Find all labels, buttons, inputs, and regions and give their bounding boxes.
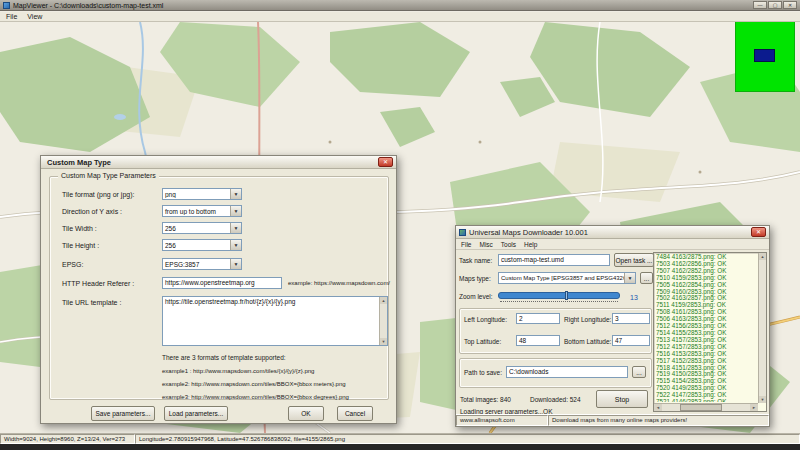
left-longitude-label: Left Longitude: xyxy=(464,316,507,323)
path-group: Path to save: C:\downloads ... xyxy=(459,358,652,388)
bottom-latitude-label: Bottom Latitude: xyxy=(564,338,611,345)
left-longitude-input[interactable]: 2 xyxy=(516,313,560,324)
referer-input[interactable]: https://www.openstreetmap.org xyxy=(162,277,282,289)
scroll-up-icon[interactable]: ▲ xyxy=(380,297,387,304)
url-template-textarea[interactable]: https://tile.openstreetmap.fr/hot/{z}/{x… xyxy=(162,296,388,346)
total-images-text: Total images: 840 xyxy=(460,396,511,403)
load-parameters-button[interactable]: Load parameters... xyxy=(164,406,228,421)
right-longitude-label: Right Longitude: xyxy=(564,316,611,323)
y-axis-label: Direction of Y axis : xyxy=(62,208,122,215)
umd-menu-misc[interactable]: Misc xyxy=(479,241,492,248)
bottom-latitude-input[interactable]: 47 xyxy=(612,335,650,346)
main-title-bar[interactable]: MapViewer - C:\downloads\custom-map-test… xyxy=(0,0,800,11)
y-axis-select[interactable]: from up to bottom ▼ xyxy=(162,205,242,217)
tile-width-select[interactable]: 256 ▼ xyxy=(162,222,242,234)
zoom-slider-track[interactable] xyxy=(498,292,620,299)
scroll-up-icon[interactable]: ▲ xyxy=(759,253,766,260)
scroll-down-icon[interactable]: ▼ xyxy=(380,338,387,345)
umd-menu-help[interactable]: Help xyxy=(524,241,537,248)
chevron-down-icon[interactable]: ▼ xyxy=(230,206,241,216)
close-icon[interactable]: ✕ xyxy=(378,157,393,167)
zoom-slider[interactable] xyxy=(498,291,620,303)
stop-button[interactable]: Stop xyxy=(596,390,648,408)
maps-type-browse-button[interactable]: ... xyxy=(640,272,653,284)
main-menu-bar: File View xyxy=(0,12,800,22)
close-icon[interactable]: ✕ xyxy=(751,227,766,237)
path-browse-button[interactable]: ... xyxy=(632,366,646,378)
chevron-down-icon[interactable]: ▼ xyxy=(230,189,241,199)
right-longitude-input[interactable]: 3 xyxy=(612,313,650,324)
main-status-bar: Width=9024, Height=8960, Z=13/24, Ver=27… xyxy=(0,433,800,444)
epsg-label: EPSG: xyxy=(62,261,83,268)
downloaded-text: Downloaded: 524 xyxy=(530,396,581,403)
minimize-button[interactable]: — xyxy=(753,1,767,9)
custom-dialog-title: Custom Map Type xyxy=(47,158,111,167)
download-log-rows: 7484 4163/2875.png: OK 7503 4162/2856.pn… xyxy=(656,254,756,402)
task-name-input[interactable]: custom-map-test.umd xyxy=(498,254,610,266)
scroll-down-icon[interactable]: ▼ xyxy=(759,396,766,403)
custom-dialog-title-bar[interactable]: Custom Map Type ✕ xyxy=(41,156,396,169)
chevron-down-icon[interactable]: ▼ xyxy=(230,259,241,269)
mapviewer-app-icon xyxy=(3,2,10,9)
referer-example-hint: example: https://www.mapsdown.com/ xyxy=(288,280,390,286)
overview-viewport-rect xyxy=(754,49,775,62)
tile-width-label: Tile Width : xyxy=(62,225,97,232)
map-size-status: Width=9024, Height=8960, Z=13/24, Ver=27… xyxy=(0,434,135,444)
map-overview-box xyxy=(735,12,795,92)
log-vertical-scrollbar[interactable]: ▲ ▼ xyxy=(758,253,766,403)
template-example-2: example2: http://www.mapsdown.com/tiles/… xyxy=(162,381,346,387)
zoom-level-label: Zoom level: xyxy=(459,293,493,300)
url-template-label: Tile URL template : xyxy=(62,299,121,306)
top-latitude-input[interactable]: 48 xyxy=(516,335,560,346)
maps-type-select[interactable]: Custom Map Type [EPSG3857 and EPSG4326 s… xyxy=(498,272,636,284)
zoom-level-value: 13 xyxy=(630,294,638,301)
task-name-label: Task name: xyxy=(459,257,492,264)
menu-file[interactable]: File xyxy=(6,13,17,20)
umd-menu-file[interactable]: File xyxy=(461,241,471,248)
menu-view[interactable]: View xyxy=(27,13,42,20)
template-example-1: example1 : http://www.mapsdown.com/tiles… xyxy=(162,368,314,374)
template-example-3: example3: http://www.mapsdown.com/tiles/… xyxy=(162,394,349,400)
hscroll-thumb[interactable] xyxy=(680,404,722,411)
cursor-position-status: Longitude=2.780915947968, Latitude=47.52… xyxy=(135,434,800,444)
umd-menu-bar: File Misc Tools Help xyxy=(456,239,769,250)
path-to-save-label: Path to save: xyxy=(464,369,502,376)
path-to-save-input[interactable]: C:\downloads xyxy=(506,366,628,378)
cancel-button[interactable]: Cancel xyxy=(337,406,373,421)
referer-label: HTTP Header Referer : xyxy=(62,280,134,287)
taskbar-strip xyxy=(0,444,800,450)
template-formats-note: There are 3 formats of template supporte… xyxy=(162,354,286,361)
tile-height-select[interactable]: 256 ▼ xyxy=(162,239,242,251)
custom-params-group: Custom Map Type Parameters Tile format (… xyxy=(49,176,389,400)
umd-status-message: Download maps from many online maps prov… xyxy=(548,415,769,426)
chevron-down-icon[interactable]: ▼ xyxy=(230,240,241,250)
zoom-slider-ticks xyxy=(500,301,618,302)
open-task-button[interactable]: Open task ... xyxy=(614,253,654,267)
coordinates-group: Left Longitude: 2 Right Longitude: 3 Top… xyxy=(459,308,652,354)
log-horizontal-scrollbar[interactable]: ◄ ► xyxy=(654,403,758,411)
chevron-down-icon[interactable]: ▼ xyxy=(624,273,635,283)
chevron-down-icon[interactable]: ▼ xyxy=(230,223,241,233)
download-log-list[interactable]: 7484 4163/2875.png: OK 7503 4162/2856.pn… xyxy=(653,252,767,412)
tile-height-label: Tile Height : xyxy=(62,242,99,249)
top-latitude-label: Top Latitude: xyxy=(464,338,501,345)
scroll-left-icon[interactable]: ◄ xyxy=(654,404,662,411)
umd-menu-tools[interactable]: Tools xyxy=(501,241,516,248)
log-entry: 7521 4146/2853.png: OK xyxy=(656,399,756,402)
scroll-right-icon[interactable]: ► xyxy=(750,404,758,411)
custom-params-group-title: Custom Map Type Parameters xyxy=(58,172,159,179)
umd-window: Universal Maps Downloader 10.001 ✕ File … xyxy=(455,225,770,427)
textarea-scrollbar[interactable]: ▲ ▼ xyxy=(379,297,387,345)
epsg-select[interactable]: EPSG:3857 ▼ xyxy=(162,258,242,270)
close-button[interactable]: ✕ xyxy=(783,1,797,9)
tile-format-select[interactable]: png ▼ xyxy=(162,188,242,200)
ok-button[interactable]: OK xyxy=(288,406,324,421)
custom-map-type-dialog: Custom Map Type ✕ Custom Map Type Parame… xyxy=(40,155,397,424)
umd-title-bar[interactable]: Universal Maps Downloader 10.001 ✕ xyxy=(456,226,769,239)
maps-type-label: Maps type: xyxy=(459,275,491,282)
umd-status-bar: www.allmapsoft.com Download maps from ma… xyxy=(456,414,769,426)
window-title: MapViewer - C:\downloads\custom-map-test… xyxy=(13,2,163,9)
maximize-button[interactable]: ▢ xyxy=(768,1,782,9)
save-parameters-button[interactable]: Save parameters... xyxy=(91,406,155,421)
zoom-slider-thumb[interactable] xyxy=(565,291,568,300)
